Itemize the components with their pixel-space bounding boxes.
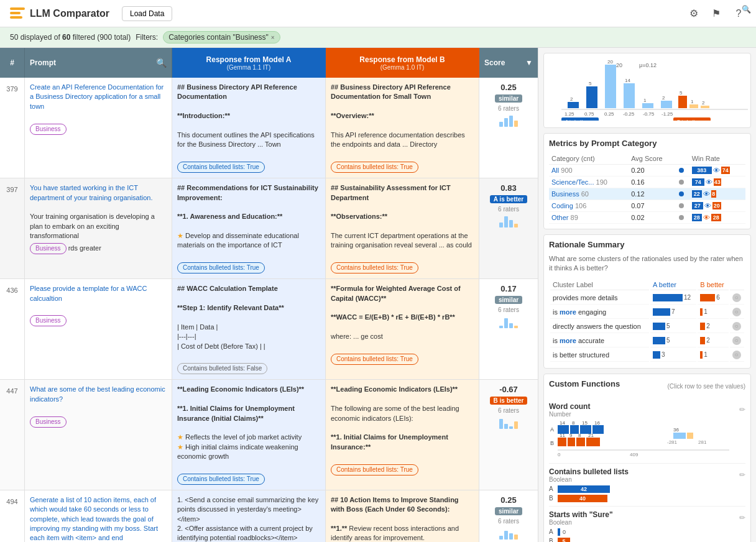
metrics-row[interactable]: Business 60 0.12 22 👁 8 — [549, 188, 745, 200]
svg-rect-18 — [701, 106, 709, 108]
svg-text:-1.25: -1.25 — [662, 111, 673, 117]
prompt-cell: Please provide a template for a WACC cal… — [25, 279, 172, 379]
col-category: Category (cnt) — [549, 153, 629, 165]
svg-text:20: 20 — [616, 62, 622, 68]
svg-text:0.75: 0.75 — [584, 111, 594, 117]
rationale-row[interactable]: is more accurate 5 2 ○ — [550, 334, 744, 347]
response-b-cell: ## Sustainability Assessment for ICT Dep… — [326, 178, 479, 278]
svg-text:9: 9 — [569, 433, 573, 438]
col-b-better: B better — [698, 280, 728, 290]
col-avg: Avg Score — [629, 153, 676, 165]
svg-text:15: 15 — [582, 420, 588, 426]
score-cell: -0.67 B is better 6 raters — [479, 380, 538, 490]
metrics-table: Category (cnt) Avg Score Win Rate All 90… — [549, 153, 745, 224]
sort-score-icon[interactable]: ▼ — [525, 58, 533, 67]
metrics-row[interactable]: All 900 0.20 383 👁 74 — [549, 165, 745, 177]
score-cell: 0.25 similar 6 raters — [479, 490, 538, 542]
table-row: 436 Please provide a template for a WACC… — [0, 279, 538, 380]
svg-text:20: 20 — [607, 59, 613, 65]
custom-header: Custom Functions (Click row to see the v… — [549, 379, 745, 393]
category-tag[interactable]: Business — [30, 124, 67, 135]
svg-rect-2 — [568, 102, 579, 108]
flag-icon[interactable]: ⚑ — [709, 6, 724, 21]
function-type: Boolean — [549, 476, 629, 483]
filter-close-icon[interactable]: × — [271, 34, 275, 41]
header-icons: ⚙ ⚑ ? — [686, 6, 746, 21]
col-header-prompt: Prompt 🔍 — [25, 48, 172, 78]
rationale-subtitle: What are some clusters of the rationales… — [549, 254, 745, 273]
response-a-cell: ## Recommendations for ICT Sustainabilit… — [172, 178, 326, 278]
eye-icon: 👁 — [704, 202, 711, 209]
svg-text:8: 8 — [572, 420, 575, 426]
eye-icon: 👁 — [703, 214, 710, 221]
function-name: Starts with "Sure" — [549, 510, 613, 519]
custom-function-row[interactable]: Word count Number ✏ A 14 8 — [549, 398, 745, 464]
svg-text:21: 21 — [588, 433, 594, 438]
info-icon[interactable]: ○ — [732, 293, 741, 302]
filter-bar: 50 displayed of 60 filtered (900 total) … — [0, 27, 756, 48]
svg-text:A: A — [550, 426, 554, 433]
metrics-row[interactable]: Coding 106 0.07 27 👁 20 — [549, 200, 745, 212]
filter-tag[interactable]: Categories contain "Business" × — [163, 31, 280, 44]
response-b-cell: ## Business Directory API Reference Docu… — [326, 78, 479, 178]
load-data-button[interactable]: Load Data — [122, 6, 172, 21]
svg-text:36: 36 — [673, 427, 679, 433]
metrics-row[interactable]: Science/Tec... 190 0.16 74 👁 43 — [549, 177, 745, 188]
metrics-row[interactable]: Other 89 0.02 28 👁 28 — [549, 212, 745, 224]
svg-text:2: 2 — [702, 100, 705, 106]
response-b-cell: **Formula for Weighted Average Cost of C… — [326, 279, 479, 379]
svg-text:14: 14 — [560, 420, 565, 426]
prompt-cell: Generate a list of 10 action items, each… — [25, 490, 172, 542]
svg-text:-281: -281 — [667, 439, 678, 445]
rationale-row[interactable]: is more engaging 7 1 ○ — [550, 306, 744, 319]
col-a-better: A better — [650, 280, 696, 290]
filters-label: Filters: — [136, 33, 158, 42]
rationale-row[interactable]: is better structured 3 1 ○ — [550, 349, 744, 362]
category-tag[interactable]: Business — [30, 416, 67, 428]
contains-tag-a: Contains bulleted lists: True — [177, 262, 265, 273]
edit-icon[interactable]: ✏ — [739, 513, 745, 522]
svg-text:5: 5 — [589, 81, 592, 86]
contains-tag-a: Contains bulleted lists: True — [177, 162, 265, 173]
svg-text:-0.75: -0.75 — [643, 111, 655, 117]
svg-rect-4 — [586, 86, 597, 108]
rationale-row[interactable]: directly answers the question 5 2 ○ — [550, 320, 744, 333]
svg-text:11: 11 — [560, 433, 565, 438]
svg-rect-6 — [605, 65, 616, 108]
info-icon[interactable]: ○ — [732, 308, 741, 316]
table-row: 379 Create an API Reference Documentatio… — [0, 78, 538, 178]
contains-tag-a: Contains bulleted lists: False — [177, 363, 267, 374]
svg-text:16: 16 — [594, 420, 600, 426]
rationale-row[interactable]: provides more details 12 6 ○ — [550, 292, 744, 305]
info-icon[interactable]: ○ — [732, 322, 741, 331]
score-dist-svg: 20 μ=0.12 2 5 20 14 1 2 5 — [549, 58, 754, 121]
gear-icon[interactable]: ⚙ — [686, 6, 701, 21]
main-layout: # Prompt 🔍 Response from Model A (Gemma … — [0, 48, 756, 542]
mini-chart — [496, 316, 521, 328]
svg-text:1.25: 1.25 — [565, 111, 574, 117]
custom-subtitle: (Click row to see the values) — [667, 383, 745, 390]
svg-rect-53 — [673, 433, 686, 439]
edit-icon[interactable]: ✏ — [739, 471, 745, 479]
custom-function-row[interactable]: Contains bulleted lists Boolean ✏ A 42 B… — [549, 464, 745, 507]
contains-tag-b: Contains bulleted lists: True — [331, 262, 418, 273]
category-tag[interactable]: Business — [30, 243, 67, 254]
edit-icon[interactable]: ✏ — [739, 405, 745, 414]
eye-icon: 👁 — [703, 190, 710, 198]
rationale-section: Rationale Summary What are some clusters… — [543, 234, 751, 369]
right-panel: 20 μ=0.12 2 5 20 14 1 2 5 — [538, 48, 756, 542]
col-header-score: Score ▼ — [479, 48, 538, 78]
row-num: 436 — [0, 279, 25, 379]
category-tag[interactable]: Business — [30, 315, 67, 326]
info-icon[interactable]: ○ — [732, 336, 741, 345]
table-row: 447 What are some of the best leading ec… — [0, 380, 538, 490]
search-prompt-icon[interactable]: 🔍 — [156, 58, 167, 68]
svg-text:2: 2 — [570, 96, 573, 102]
custom-functions-section: Custom Functions (Click row to see the v… — [543, 374, 751, 542]
svg-rect-14 — [678, 96, 687, 108]
info-icon[interactable]: ○ — [732, 351, 741, 359]
custom-function-row[interactable]: Starts with "Sure" Boolean ✏ A 0 B — [549, 507, 745, 542]
custom-title: Custom Functions — [549, 379, 620, 388]
table-body: 379 Create an API Reference Documentatio… — [0, 78, 538, 542]
row-num: 447 — [0, 380, 25, 490]
